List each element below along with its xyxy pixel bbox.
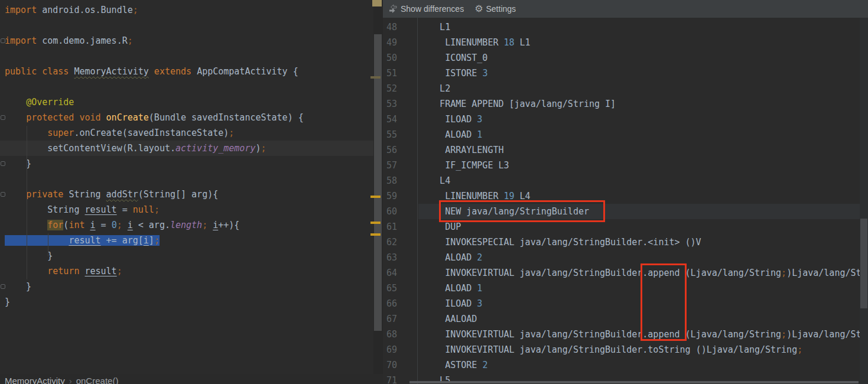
bytecode-pane: Show differences ⚙ Settings 484950515253… <box>383 0 868 384</box>
code-line: protected void onCreate(Bundle savedInst… <box>5 110 373 125</box>
breadcrumb-bar: MemoryActivity›onCreate() <box>0 374 383 384</box>
code-line: IF_ICMPGE L3 <box>418 158 860 173</box>
warning-stripe-mark[interactable] <box>370 76 381 79</box>
line-number: 67 <box>383 311 417 327</box>
code-line: AALOAD <box>418 311 860 327</box>
breadcrumb-item-class[interactable]: MemoryActivity <box>5 376 65 384</box>
code-line: super.onCreate(savedInstanceState); <box>5 125 373 141</box>
indent-guide <box>48 233 48 256</box>
left-editor-scrollbar-thumb[interactable] <box>374 34 382 331</box>
settings-label: Settings <box>486 4 516 14</box>
bytecode-toolbar: Show differences ⚙ Settings <box>383 0 868 18</box>
line-number: 57 <box>383 158 417 173</box>
line-number: 58 <box>383 173 417 188</box>
breadcrumb-separator: › <box>65 376 76 384</box>
code-line <box>5 171 373 187</box>
bytecode-horizontal-scrollbar-thumb[interactable] <box>409 381 859 383</box>
java-source-editor[interactable]: import android.os.Bundle;import com.demo… <box>0 0 373 374</box>
bytecode-vertical-scrollbar-thumb[interactable] <box>860 219 867 308</box>
code-line: private String addStr(String[] arg){ <box>5 187 373 202</box>
line-number: 65 <box>383 281 417 296</box>
line-number: 49 <box>383 35 417 50</box>
code-line: ILOAD 3 <box>418 296 860 311</box>
breadcrumb: MemoryActivity›onCreate() <box>5 375 118 384</box>
line-number: 68 <box>383 327 417 342</box>
code-line: ICONST_0 <box>418 50 860 66</box>
line-number: 52 <box>383 81 417 96</box>
selected-text: result += arg[i]; <box>5 235 160 246</box>
line-number: 61 <box>383 219 417 235</box>
line-number: 51 <box>383 66 417 81</box>
warning-stripe-mark[interactable] <box>370 196 381 198</box>
line-number: 64 <box>383 265 417 281</box>
warning-stripe-mark[interactable] <box>370 233 381 236</box>
code-fold-icon[interactable] <box>1 38 5 43</box>
code-line: L2 <box>418 81 860 96</box>
line-number: 56 <box>383 142 417 158</box>
code-line: @Override <box>5 95 373 110</box>
code-line: String result = null; <box>5 202 373 217</box>
line-number: 48 <box>383 19 417 35</box>
code-line <box>5 48 373 64</box>
code-line: public class MemoryActivity extends AppC… <box>5 64 373 79</box>
code-fold-icon[interactable] <box>1 115 5 120</box>
code-line: INVOKEVIRTUAL java/lang/StringBuilder.ap… <box>418 327 860 342</box>
code-line: } <box>5 294 373 310</box>
code-fold-icon[interactable] <box>1 161 5 166</box>
code-line: } <box>5 156 373 171</box>
line-number: 63 <box>383 250 417 265</box>
code-line: ALOAD 2 <box>418 250 860 265</box>
code-line: ISTORE 3 <box>418 66 860 81</box>
code-line: setContentView(R.layout.activity_memory)… <box>0 141 373 156</box>
code-line: L4 <box>418 173 860 188</box>
code-line: ASTORE 2 <box>418 357 860 373</box>
line-number: 50 <box>383 50 417 66</box>
bytecode-line-number-gutter: 4849505152535455565758596061626364656667… <box>383 18 418 384</box>
code-line: ALOAD 1 <box>418 127 860 142</box>
code-line: INVOKEVIRTUAL java/lang/StringBuilder.ap… <box>418 265 860 281</box>
code-line <box>5 18 373 33</box>
code-line: import com.demo.james.R; <box>5 33 373 48</box>
code-line: INVOKEVIRTUAL java/lang/StringBuilder.to… <box>418 342 860 357</box>
code-line: L1 <box>418 19 860 35</box>
line-number: 66 <box>383 296 417 311</box>
breadcrumb-item-method[interactable]: onCreate() <box>76 376 119 384</box>
code-line: return result; <box>5 263 373 279</box>
warning-stripe-top-mark <box>372 0 382 6</box>
code-line: ALOAD 1 <box>418 281 860 296</box>
code-line: ARRAYLENGTH <box>418 142 860 158</box>
code-line: import android.os.Bundle; <box>5 2 373 18</box>
line-number: 59 <box>383 188 417 204</box>
code-line: result += arg[i]; <box>5 233 373 248</box>
line-number: 55 <box>383 127 417 142</box>
code-line: INVOKESPECIAL java/lang/StringBuilder.<i… <box>418 235 860 250</box>
settings-button[interactable]: ⚙ Settings <box>474 4 516 14</box>
bytecode-viewer-window: import android.os.Bundle;import com.demo… <box>0 0 868 384</box>
code-fold-icon[interactable] <box>1 284 5 289</box>
show-differences-button[interactable]: Show differences <box>388 4 464 14</box>
code-line: } <box>5 279 373 294</box>
bytecode-vertical-scrollbar-track[interactable] <box>860 18 868 384</box>
code-line: LINENUMBER 18 L1 <box>418 35 860 50</box>
line-number: 70 <box>383 357 417 373</box>
code-line: FRAME APPEND [java/lang/String I] <box>418 96 860 112</box>
line-number: 62 <box>383 235 417 250</box>
annotation-box-append-calls <box>641 263 687 341</box>
annotation-box-new-stringbuilder <box>439 200 605 222</box>
code-fold-icon[interactable] <box>1 192 5 197</box>
code-line: for(int i = 0; i < arg.length; i++){ <box>5 217 373 233</box>
line-number: 54 <box>383 112 417 127</box>
line-number: 60 <box>383 204 417 219</box>
line-number: 69 <box>383 342 417 357</box>
java-source-pane: import android.os.Bundle;import com.demo… <box>0 0 383 384</box>
indent-guide <box>27 126 27 279</box>
show-differences-label: Show differences <box>401 4 464 14</box>
code-line <box>5 79 373 95</box>
gear-icon: ⚙ <box>474 4 483 14</box>
code-line: ILOAD 3 <box>418 112 860 127</box>
warning-stripe-mark[interactable] <box>370 222 381 224</box>
line-number: 53 <box>383 96 417 112</box>
diff-arrows-icon <box>388 4 398 14</box>
code-line: } <box>5 248 373 263</box>
